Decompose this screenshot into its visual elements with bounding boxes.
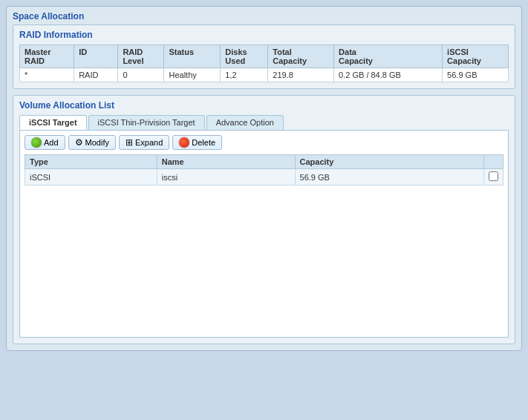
- expand-icon: ⊞: [126, 137, 133, 148]
- vol-col-name: Name: [157, 155, 295, 169]
- delete-icon: [179, 137, 189, 148]
- modify-icon: ⚙: [75, 137, 83, 148]
- raid-information-panel: RAID Information MasterRAID ID RAIDLevel…: [13, 24, 515, 89]
- vol-col-select: [484, 155, 503, 169]
- add-icon: [31, 137, 42, 148]
- volume-table: Type Name Capacity iSCSIiscsi56.9 GB: [25, 154, 503, 186]
- space-allocation-panel: Space Allocation RAID Information Master…: [6, 6, 522, 351]
- cell-master_raid: *: [20, 68, 74, 82]
- row-checkbox[interactable]: [489, 171, 498, 181]
- cell-capacity: 56.9 GB: [295, 169, 483, 186]
- cell-status: Healthy: [164, 68, 221, 82]
- cell-type: iSCSI: [25, 169, 157, 186]
- modify-label: Modify: [85, 138, 109, 147]
- volume-toolbar: Add ⚙ Modify ⊞ Expand Delete: [25, 135, 503, 150]
- cell-data_capacity: 0.2 GB / 84.8 GB: [334, 68, 443, 82]
- volume-section-title: Volume Allocation List: [19, 100, 509, 111]
- modify-button[interactable]: ⚙ Modify: [68, 135, 116, 150]
- col-disks-used: DisksUsed: [221, 45, 268, 68]
- add-label: Add: [44, 138, 59, 147]
- tabs-row: iSCSI Target iSCSI Thin-Privision Target…: [19, 115, 509, 130]
- cell-name: iscsi: [157, 169, 295, 186]
- raid-table: MasterRAID ID RAIDLevel Status DisksUsed…: [19, 45, 509, 82]
- col-iscsi-capacity: iSCSICapacity: [443, 45, 509, 68]
- expand-label: Expand: [135, 138, 163, 147]
- delete-button[interactable]: Delete: [172, 135, 222, 150]
- cell-raid_level: 0: [118, 68, 164, 82]
- col-status: Status: [164, 45, 221, 68]
- cell-id: RAID: [74, 68, 118, 82]
- volume-allocation-panel: Volume Allocation List iSCSI Target iSCS…: [13, 95, 515, 344]
- cell-iscsi_capacity: 56.9 GB: [443, 68, 509, 82]
- delete-label: Delete: [192, 138, 215, 147]
- table-row: *RAID0Healthy1,2219.80.2 GB / 84.8 GB56.…: [20, 68, 509, 82]
- vol-col-type: Type: [25, 155, 157, 169]
- table-row: iSCSIiscsi56.9 GB: [25, 169, 503, 186]
- cell-disks_used: 1,2: [221, 68, 268, 82]
- add-button[interactable]: Add: [25, 135, 65, 150]
- tab-iscsi-thin[interactable]: iSCSI Thin-Privision Target: [88, 115, 205, 130]
- tab-content-area: Add ⚙ Modify ⊞ Expand Delete: [19, 130, 509, 338]
- raid-section-title: RAID Information: [19, 30, 509, 40]
- expand-button[interactable]: ⊞ Expand: [119, 135, 169, 150]
- col-id: ID: [74, 45, 118, 68]
- col-master-raid: MasterRAID: [20, 45, 74, 68]
- col-raid-level: RAIDLevel: [118, 45, 164, 68]
- row-checkbox-cell: [484, 169, 503, 186]
- tab-advance-option[interactable]: Advance Option: [206, 115, 284, 130]
- col-total-capacity: TotalCapacity: [268, 45, 334, 68]
- tab-iscsi-target[interactable]: iSCSI Target: [19, 115, 87, 130]
- page-title: Space Allocation: [13, 11, 515, 22]
- cell-total_capacity: 219.8: [268, 68, 334, 82]
- vol-col-capacity: Capacity: [295, 155, 483, 169]
- col-data-capacity: DataCapacity: [334, 45, 443, 68]
